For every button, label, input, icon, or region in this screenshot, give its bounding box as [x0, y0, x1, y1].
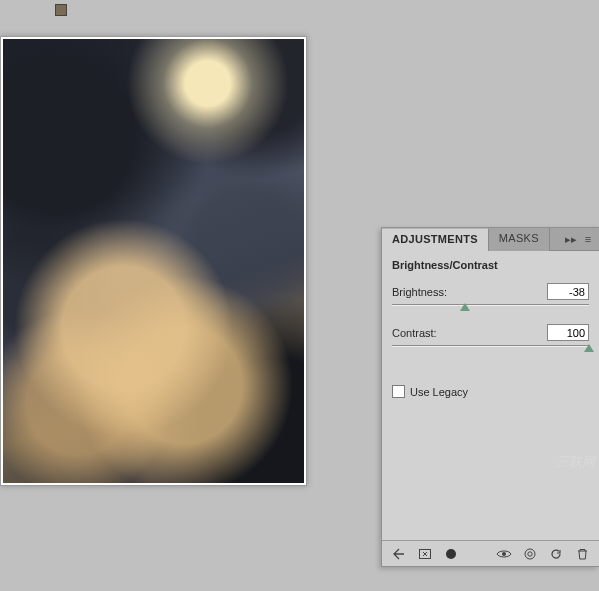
contrast-label: Contrast: — [392, 327, 437, 339]
brightness-input[interactable] — [547, 283, 589, 300]
use-legacy-label: Use Legacy — [410, 386, 468, 398]
panel-body: Brightness/Contrast Brightness: Contrast… — [382, 251, 599, 540]
contrast-input[interactable] — [547, 324, 589, 341]
document-image — [3, 39, 304, 483]
tab-masks[interactable]: MASKS — [489, 228, 550, 251]
use-legacy-checkbox[interactable]: Use Legacy — [392, 385, 589, 398]
brightness-slider[interactable] — [392, 304, 589, 306]
trash-icon[interactable] — [569, 543, 595, 565]
clip-icon[interactable] — [517, 543, 543, 565]
adjustments-panel: ADJUSTMENTS MASKS ▸▸ ≡ Brightness/Contra… — [381, 227, 599, 567]
svg-point-2 — [502, 552, 506, 556]
eye-icon[interactable] — [491, 543, 517, 565]
layer-mask-icon[interactable] — [438, 543, 464, 565]
color-chip — [56, 5, 66, 15]
svg-point-1 — [446, 549, 456, 559]
brightness-label: Brightness: — [392, 286, 447, 298]
expand-view-icon[interactable] — [412, 543, 438, 565]
brightness-row: Brightness: — [392, 283, 589, 306]
panel-collapse-icon[interactable]: ▸▸ — [564, 232, 578, 246]
panel-footer — [382, 540, 599, 566]
brightness-slider-thumb[interactable] — [460, 303, 470, 311]
canvas-area[interactable] — [0, 36, 307, 486]
checkbox-icon — [392, 385, 405, 398]
adjustment-title: Brightness/Contrast — [392, 259, 589, 271]
panel-tabbar: ADJUSTMENTS MASKS ▸▸ ≡ — [382, 228, 599, 251]
tab-adjustments[interactable]: ADJUSTMENTS — [382, 228, 489, 251]
panel-menu-icon[interactable]: ≡ — [581, 232, 595, 246]
back-arrow-icon[interactable] — [386, 543, 412, 565]
reset-icon[interactable] — [543, 543, 569, 565]
contrast-slider[interactable] — [392, 345, 589, 347]
svg-point-4 — [528, 551, 532, 555]
svg-point-3 — [525, 549, 535, 559]
contrast-slider-thumb[interactable] — [584, 344, 594, 352]
contrast-row: Contrast: — [392, 324, 589, 347]
